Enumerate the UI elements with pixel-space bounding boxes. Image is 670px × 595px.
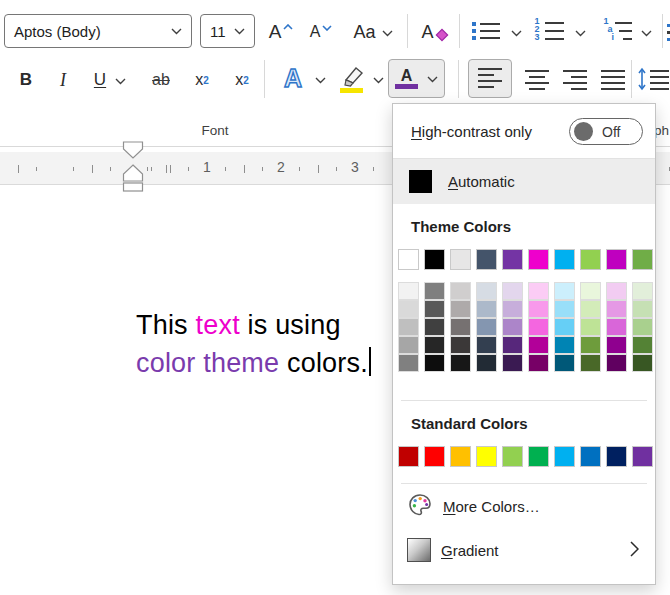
theme-variant-swatch[interactable] [632, 354, 653, 372]
theme-variant-swatch[interactable] [606, 354, 627, 372]
theme-variant-swatch[interactable] [502, 318, 523, 336]
menu-item-more-colors[interactable]: More Colors… [393, 484, 655, 528]
standard-color-swatch[interactable] [580, 446, 601, 467]
theme-color-swatch[interactable] [632, 249, 653, 270]
theme-color-swatch[interactable] [580, 249, 601, 270]
font-color-button[interactable]: A [388, 59, 445, 98]
theme-variant-swatch[interactable] [424, 336, 445, 354]
align-right-button[interactable] [558, 62, 592, 98]
theme-variant-swatch[interactable] [554, 318, 575, 336]
theme-variant-swatch[interactable] [398, 354, 419, 372]
theme-variant-swatch[interactable] [606, 282, 627, 300]
bullet-list-button[interactable] [468, 16, 524, 48]
font-name-combobox[interactable]: Aptos (Body) [4, 14, 192, 48]
theme-color-swatch[interactable] [528, 249, 549, 270]
change-case-button[interactable]: Aa [346, 16, 400, 48]
theme-variant-swatch[interactable] [528, 282, 549, 300]
theme-color-swatch[interactable] [450, 249, 471, 270]
theme-variant-swatch[interactable] [580, 354, 601, 372]
strikethrough-button[interactable]: ab [144, 62, 178, 98]
theme-variant-swatch[interactable] [580, 336, 601, 354]
standard-color-swatch[interactable] [554, 446, 575, 467]
theme-variant-swatch[interactable] [424, 282, 445, 300]
theme-variant-swatch[interactable] [476, 282, 497, 300]
theme-variant-swatch[interactable] [450, 318, 471, 336]
theme-variant-swatch[interactable] [398, 336, 419, 354]
theme-variant-swatch[interactable] [528, 300, 549, 318]
theme-variant-swatch[interactable] [554, 282, 575, 300]
theme-variant-swatch[interactable] [450, 354, 471, 372]
theme-variant-swatch[interactable] [580, 282, 601, 300]
document-text[interactable]: This text is using color theme colors. [136, 306, 371, 382]
text-effects-button[interactable]: A [274, 60, 330, 98]
indent-markers[interactable] [121, 141, 145, 193]
grow-font-button[interactable]: A [262, 16, 300, 48]
multilevel-list-button[interactable]: 1 a i [598, 16, 656, 48]
theme-variant-swatch[interactable] [424, 318, 445, 336]
theme-variant-swatch[interactable] [502, 354, 523, 372]
underline-button[interactable]: U [86, 62, 134, 98]
theme-variant-swatch[interactable] [606, 336, 627, 354]
highlight-color-button[interactable] [336, 60, 386, 98]
theme-variant-swatch[interactable] [398, 318, 419, 336]
high-contrast-toggle[interactable]: Off [569, 118, 643, 145]
theme-variant-swatch[interactable] [528, 354, 549, 372]
theme-variant-swatch[interactable] [554, 300, 575, 318]
standard-color-swatch[interactable] [424, 446, 445, 467]
theme-variant-swatch[interactable] [450, 336, 471, 354]
clear-formatting-button[interactable]: A [414, 16, 456, 48]
ruler-number: 3 [347, 159, 363, 175]
theme-variant-swatch[interactable] [502, 336, 523, 354]
theme-variant-swatch[interactable] [580, 318, 601, 336]
theme-variant-swatch[interactable] [606, 318, 627, 336]
standard-color-swatch[interactable] [450, 446, 471, 467]
shrink-font-button[interactable]: A [302, 16, 340, 48]
standard-color-swatch[interactable] [528, 446, 549, 467]
superscript-button[interactable]: x2 [226, 62, 258, 98]
theme-variant-swatch[interactable] [528, 318, 549, 336]
theme-variant-swatch[interactable] [632, 300, 653, 318]
numbered-list-button[interactable]: 1 2 3 [532, 16, 588, 48]
theme-color-swatch[interactable] [502, 249, 523, 270]
theme-color-swatch[interactable] [606, 249, 627, 270]
theme-variant-swatch[interactable] [398, 282, 419, 300]
menu-item-gradient[interactable]: Gradient [393, 528, 655, 572]
theme-variant-swatch[interactable] [632, 282, 653, 300]
align-left-button[interactable] [468, 59, 512, 98]
menu-item-automatic[interactable]: Automatic [393, 159, 655, 204]
theme-variant-swatch[interactable] [476, 336, 497, 354]
theme-variant-swatch[interactable] [580, 300, 601, 318]
theme-variant-swatch[interactable] [450, 300, 471, 318]
theme-variant-swatch[interactable] [606, 300, 627, 318]
font-size-combobox[interactable]: 11 [200, 14, 255, 48]
theme-variant-swatch[interactable] [424, 300, 445, 318]
theme-variant-swatch[interactable] [398, 300, 419, 318]
theme-variant-swatch[interactable] [528, 336, 549, 354]
standard-color-swatch[interactable] [606, 446, 627, 467]
standard-color-swatch[interactable] [632, 446, 653, 467]
theme-variant-swatch[interactable] [632, 336, 653, 354]
standard-color-swatch[interactable] [398, 446, 419, 467]
theme-variant-swatch[interactable] [476, 318, 497, 336]
justify-button[interactable] [596, 62, 630, 98]
line-spacing-button[interactable] [637, 62, 670, 98]
italic-button[interactable]: I [50, 62, 76, 98]
theme-variant-swatch[interactable] [476, 300, 497, 318]
theme-color-swatch[interactable] [424, 249, 445, 270]
standard-color-swatch[interactable] [476, 446, 497, 467]
align-center-button[interactable] [520, 62, 554, 98]
theme-variant-swatch[interactable] [554, 354, 575, 372]
subscript-button[interactable]: x2 [186, 62, 218, 98]
theme-variant-swatch[interactable] [476, 354, 497, 372]
theme-variant-swatch[interactable] [632, 318, 653, 336]
theme-variant-swatch[interactable] [502, 300, 523, 318]
theme-variant-swatch[interactable] [554, 336, 575, 354]
theme-color-swatch[interactable] [476, 249, 497, 270]
theme-variant-swatch[interactable] [502, 282, 523, 300]
theme-color-swatch[interactable] [554, 249, 575, 270]
bold-button[interactable]: B [12, 62, 40, 98]
theme-variant-swatch[interactable] [450, 282, 471, 300]
theme-color-swatch[interactable] [398, 249, 419, 270]
standard-color-swatch[interactable] [502, 446, 523, 467]
theme-variant-swatch[interactable] [424, 354, 445, 372]
